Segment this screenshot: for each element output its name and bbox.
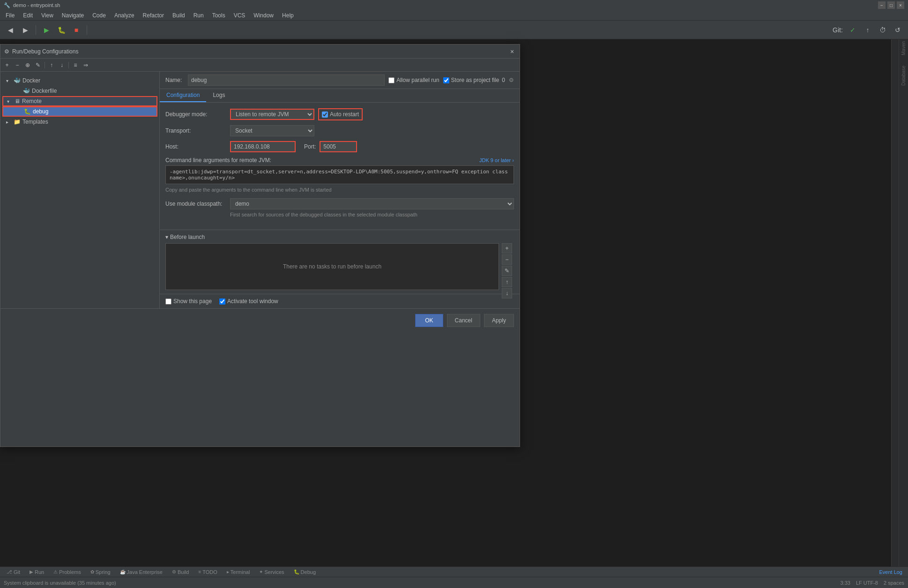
tree-label-docker: Docker <box>22 77 40 84</box>
ok-button[interactable]: OK <box>415 314 443 327</box>
tree-icon-dockerfile: 🐳 <box>23 88 30 94</box>
store-gear-icon[interactable]: ⚙ <box>509 77 514 83</box>
before-launch-up-button[interactable]: ↑ <box>502 277 512 287</box>
bottom-tab-problems[interactable]: ⚠ Problems <box>49 567 85 577</box>
dialog-toolbar-sep-2 <box>68 62 69 68</box>
event-log-label[interactable]: Event Log <box>879 569 902 575</box>
toolbar-stop[interactable]: ■ <box>70 23 83 37</box>
allow-parallel-label[interactable]: Allow parallel run <box>388 77 439 83</box>
before-launch-remove-button[interactable]: − <box>502 254 512 265</box>
config-name-input[interactable] <box>188 74 385 86</box>
bottom-tab-build[interactable]: ⚙ Build <box>167 567 194 577</box>
tree-node-remote[interactable]: ▾ 🖥 Remote <box>2 96 157 106</box>
status-right-info: 3:33 LF UTF-8 2 spaces <box>840 580 904 586</box>
cancel-button[interactable]: Cancel <box>447 314 480 327</box>
tree-node-docker[interactable]: ▾ 🐳 Docker <box>2 75 157 86</box>
show-page-label[interactable]: Show this page <box>165 298 212 305</box>
toolbar-checkmark[interactable]: ✓ <box>846 23 859 37</box>
dialog-edit-button[interactable]: ✎ <box>33 60 43 70</box>
host-input[interactable] <box>230 141 296 152</box>
dialog-sort-button[interactable]: ≡ <box>71 60 80 70</box>
toolbar-forward[interactable]: ▶ <box>19 23 32 37</box>
bottom-tab-git[interactable]: ⎇ Git <box>2 567 25 577</box>
show-page-checkbox[interactable] <box>165 298 171 305</box>
cmdline-box: -agentlib:jdwp=transport=dt_socket,serve… <box>165 165 514 184</box>
bottom-tab-terminal[interactable]: ▸ Terminal <box>222 567 255 577</box>
before-launch-label: Before launch <box>170 234 205 240</box>
transport-row: Transport: Socket Shared memory <box>165 125 514 136</box>
tree-icon-debug: 🐛 <box>24 108 31 115</box>
bottom-tab-services[interactable]: ✦ Services <box>254 567 289 577</box>
module-classpath-row: Use module classpath: demo <box>165 198 514 209</box>
bottom-tab-spring[interactable]: ✿ Spring <box>86 567 115 577</box>
dialog-icon: ⚙ <box>4 48 9 55</box>
before-launch-add-button[interactable]: + <box>502 243 512 253</box>
menu-run[interactable]: Run <box>190 11 208 20</box>
tree-node-dockerfile[interactable]: 🐳 Dockerfile <box>2 86 157 96</box>
activate-window-label[interactable]: Activate tool window <box>219 298 278 305</box>
module-hint: First search for sources of the debugged… <box>230 211 514 218</box>
dialog-move-down-button[interactable]: ↓ <box>57 60 67 70</box>
store-project-checkbox[interactable] <box>443 77 449 83</box>
dialog-close-button[interactable]: × <box>508 48 516 55</box>
menu-build[interactable]: Build <box>169 11 189 20</box>
before-launch-down-button[interactable]: ↓ <box>502 288 512 298</box>
module-classpath-select[interactable]: demo <box>230 198 514 209</box>
app-title: demo - entrypoint.sh <box>13 2 60 8</box>
jdk-link[interactable]: JDK 9 or later › <box>479 157 514 163</box>
transport-select[interactable]: Socket Shared memory <box>230 125 314 136</box>
dialog-add-button[interactable]: + <box>2 60 12 70</box>
host-label: Host: <box>165 143 226 150</box>
menu-window[interactable]: Window <box>250 11 277 20</box>
menu-file[interactable]: File <box>2 11 18 20</box>
tree-node-debug[interactable]: 🐛 debug <box>2 106 157 117</box>
menu-navigate[interactable]: Navigate <box>58 11 88 20</box>
before-launch-header[interactable]: ▾ Before launch <box>165 234 514 240</box>
tab-logs[interactable]: Logs <box>206 89 231 102</box>
minimize-button[interactable]: − <box>878 1 886 9</box>
bottom-tab-java-enterprise[interactable]: ☕ Java Enterprise <box>115 567 167 577</box>
toolbar-update[interactable]: ↑ <box>861 23 874 37</box>
toolbar-undo[interactable]: ↺ <box>891 23 904 37</box>
maximize-button[interactable]: □ <box>887 1 895 9</box>
tree-icon-docker: 🐳 <box>14 77 21 84</box>
before-launch-side-buttons: + − ✎ ↑ ↓ <box>502 243 512 298</box>
problems-icon: ⚠ <box>53 569 58 574</box>
tree-node-templates[interactable]: ▸ 📁 Templates <box>2 117 157 127</box>
before-launch-section: ▾ Before launch There are no tasks to ru… <box>160 230 520 294</box>
bottom-tab-debug[interactable]: 🐛 Debug <box>289 567 320 577</box>
toolbar-history[interactable]: ⏱ <box>876 23 889 37</box>
menu-code[interactable]: Code <box>89 11 110 20</box>
dialog-move-up-button[interactable]: ↑ <box>47 60 56 70</box>
bottom-tab-todo[interactable]: ≡ TODO <box>194 567 222 577</box>
bottom-tab-java-enterprise-label: Java Enterprise <box>127 569 163 575</box>
debugger-mode-select[interactable]: Listen to remote JVM Attach to remote JV… <box>230 109 314 120</box>
menu-help[interactable]: Help <box>278 11 298 20</box>
bottom-tab-debug-label: Debug <box>301 569 316 575</box>
menu-vcs[interactable]: VCS <box>230 11 249 20</box>
apply-button[interactable]: Apply <box>484 314 514 327</box>
status-text: System clipboard is unavailable (35 minu… <box>4 580 116 586</box>
before-launch-edit-button[interactable]: ✎ <box>502 266 512 276</box>
close-button[interactable]: × <box>897 1 904 9</box>
activate-window-checkbox[interactable] <box>219 298 225 305</box>
dialog-copy-button[interactable]: ⊕ <box>23 60 32 70</box>
auto-restart-checkbox[interactable] <box>322 112 328 118</box>
bottom-tab-run[interactable]: ▶ Run <box>25 567 49 577</box>
store-project-label[interactable]: Store as project file 0 <box>443 77 505 83</box>
menu-analyze[interactable]: Analyze <box>111 11 138 20</box>
menu-refactor[interactable]: Refactor <box>139 11 168 20</box>
tab-configuration[interactable]: Configuration <box>160 89 206 102</box>
toolbar-run[interactable]: ▶ <box>40 23 53 37</box>
dialog-remove-button[interactable]: − <box>13 60 22 70</box>
bottom-tab-services-label: Services <box>264 569 284 575</box>
dialog-share-button[interactable]: ⇒ <box>81 60 90 70</box>
menu-tools[interactable]: Tools <box>208 11 229 20</box>
port-input[interactable] <box>320 141 357 152</box>
menu-view[interactable]: View <box>37 11 57 20</box>
toolbar-git[interactable]: Git: <box>831 23 844 37</box>
toolbar-debug[interactable]: 🐛 <box>55 23 68 37</box>
toolbar-back[interactable]: ◀ <box>4 23 17 37</box>
menu-edit[interactable]: Edit <box>19 11 37 20</box>
allow-parallel-checkbox[interactable] <box>388 77 394 83</box>
